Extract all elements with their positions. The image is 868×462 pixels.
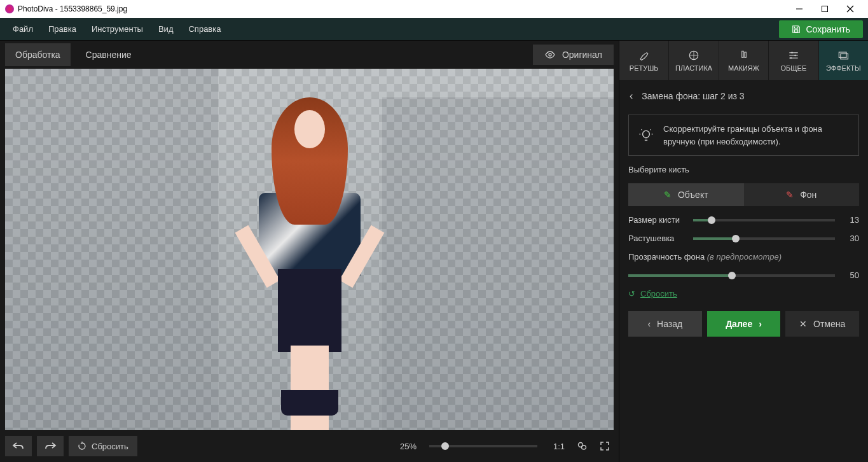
reset-label: Сбросить (92, 442, 128, 451)
svg-line-25 (641, 129, 642, 130)
feather-label: Растушевка (628, 234, 687, 243)
svg-point-16 (794, 55, 796, 57)
fit-actual-button[interactable]: 1:1 (550, 437, 568, 455)
nav-back-button[interactable]: ‹ Назад (628, 311, 702, 337)
zoom-slider[interactable] (429, 445, 537, 447)
size-label: Размер кисти (628, 215, 687, 225)
svg-line-26 (651, 129, 651, 130)
reset-button[interactable]: Сбросить (69, 436, 137, 456)
fit-screen-button[interactable] (573, 437, 591, 455)
tab-compare[interactable]: Сравнение (76, 43, 142, 66)
svg-rect-11 (744, 52, 746, 57)
save-button[interactable]: Сохранить (779, 20, 863, 38)
tab-retouch[interactable]: РЕТУШЬ (619, 41, 669, 80)
step-title: Замена фона: шаг 2 из 3 (642, 91, 744, 101)
opacity-value: 50 (841, 270, 859, 280)
reset-link[interactable]: ↺ Сбросить (628, 289, 859, 298)
svg-rect-19 (841, 54, 848, 59)
sliders-icon (787, 49, 800, 62)
size-slider[interactable] (693, 219, 835, 221)
tab-makeup[interactable]: МАКИЯЖ (719, 41, 769, 80)
tab-general[interactable]: ОБЩЕЕ (769, 41, 818, 80)
svg-rect-18 (839, 52, 847, 57)
plastic-icon (687, 49, 700, 62)
lightbulb-icon (638, 127, 654, 144)
brush-size-row: Размер кисти 13 (628, 215, 859, 225)
maximize-button[interactable] (812, 0, 837, 18)
window-title: PhotoDiva - 1553398865_59.jpg (18, 4, 787, 13)
menubar: Файл Правка Инструменты Вид Справка Сохр… (0, 18, 868, 41)
menu-edit[interactable]: Правка (41, 20, 84, 38)
original-label: Оригинал (562, 50, 602, 60)
hint-text: Скорректируйте границы объекта и фона вр… (663, 123, 850, 148)
step-back-button[interactable]: ‹ (630, 90, 633, 102)
foreground-subject (246, 97, 373, 416)
redo-button[interactable] (37, 436, 64, 456)
opacity-label-row: Прозрачность фона (в предпросмотре) (628, 252, 859, 262)
nav-cancel-button[interactable]: ✕ Отмена (785, 311, 859, 337)
svg-point-4 (549, 53, 551, 56)
save-icon (792, 25, 801, 34)
original-toggle[interactable]: Оригинал (533, 45, 614, 65)
svg-point-17 (790, 57, 792, 59)
menu-help[interactable]: Справка (181, 20, 228, 38)
svg-rect-10 (741, 51, 743, 57)
chevron-right-icon: › (759, 319, 762, 329)
opacity-slider[interactable] (628, 274, 835, 277)
brush-section-label: Выберите кисть (628, 165, 859, 174)
opacity-row: 50 (628, 270, 859, 280)
brush-background-button[interactable]: ✎ Фон (744, 183, 860, 206)
brush-plus-icon: ✎ (664, 190, 672, 200)
bottom-toolbar: Сбросить 25% 1:1 (0, 430, 619, 462)
svg-point-20 (643, 130, 650, 137)
reset-arrow-icon: ↺ (628, 289, 635, 298)
menu-tools[interactable]: Инструменты (84, 20, 151, 38)
effects-icon (837, 49, 850, 62)
view-tabs: Обработка Сравнение Оригинал (0, 41, 619, 69)
nav-row: ‹ Назад Далее › ✕ Отмена (619, 305, 868, 337)
retouch-icon (638, 49, 651, 62)
close-button[interactable] (837, 0, 863, 18)
fullscreen-button[interactable] (596, 437, 614, 455)
nav-next-button[interactable]: Далее › (707, 311, 781, 337)
hint-box: Скорректируйте границы объекта и фона вр… (628, 115, 859, 156)
tab-process[interactable]: Обработка (5, 43, 71, 66)
titlebar: PhotoDiva - 1553398865_59.jpg (0, 0, 868, 18)
chevron-left-icon: ‹ (647, 319, 651, 329)
step-header: ‹ Замена фона: шаг 2 из 3 (628, 87, 859, 106)
makeup-icon (738, 49, 750, 62)
tab-effects[interactable]: ЭФФЕКТЫ (819, 41, 868, 80)
menu-view[interactable]: Вид (151, 20, 181, 38)
feather-value: 30 (841, 234, 859, 243)
svg-point-6 (582, 445, 586, 449)
image-canvas[interactable] (5, 69, 614, 430)
size-value: 13 (841, 215, 859, 225)
reset-icon (78, 442, 86, 451)
save-label: Сохранить (806, 24, 850, 34)
feather-slider[interactable] (693, 237, 835, 240)
right-panel: РЕТУШЬ ПЛАСТИКА МАКИЯЖ ОБЩЕЕ ЭФФЕКТЫ ‹ (619, 41, 868, 462)
opacity-label: Прозрачность фона (628, 252, 705, 262)
undo-button[interactable] (5, 436, 32, 456)
brush-minus-icon: ✎ (786, 190, 794, 200)
minimize-button[interactable] (787, 0, 812, 18)
feather-row: Растушевка 30 (628, 234, 859, 243)
brush-object-button[interactable]: ✎ Объект (628, 183, 744, 206)
svg-point-15 (791, 52, 793, 54)
opacity-hint: (в предпросмотре) (707, 252, 782, 262)
tool-tabs: РЕТУШЬ ПЛАСТИКА МАКИЯЖ ОБЩЕЕ ЭФФЕКТЫ (619, 41, 868, 80)
close-icon: ✕ (799, 319, 807, 329)
zoom-value: 25% (400, 442, 417, 451)
app-logo-icon (5, 4, 14, 13)
svg-rect-1 (822, 6, 828, 12)
menu-file[interactable]: Файл (5, 20, 41, 38)
tab-plastic[interactable]: ПЛАСТИКА (669, 41, 719, 80)
brush-selector: ✎ Объект ✎ Фон (628, 183, 859, 206)
eye-icon (544, 51, 556, 59)
reset-link-label: Сбросить (640, 289, 677, 298)
